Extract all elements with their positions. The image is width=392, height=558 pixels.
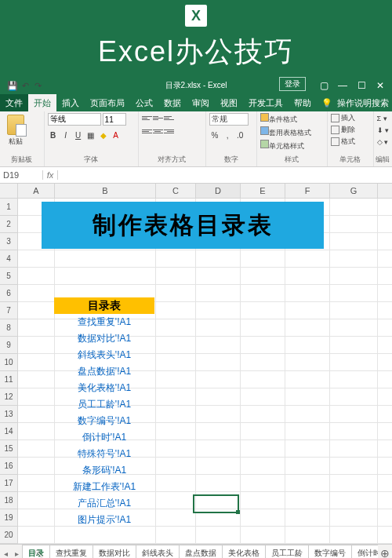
toc-link-7[interactable]: 倒计时'!A1 (54, 429, 154, 446)
align-right-button[interactable] (164, 126, 174, 137)
undo-icon[interactable]: ↶ (19, 79, 31, 92)
col-header-F[interactable]: F (285, 184, 330, 198)
toc-link-8[interactable]: 特殊符号'!A1 (54, 446, 154, 462)
toc-link-9[interactable]: 条形码'!A1 (54, 462, 154, 479)
tab-file[interactable]: 文件 (0, 94, 28, 111)
tab-nav-next[interactable]: ▸ (11, 549, 22, 558)
tab-home[interactable]: 开始 (28, 94, 56, 111)
row-header-11[interactable]: 11 (0, 371, 17, 388)
toc-link-11[interactable]: 产品汇总'!A1 (54, 495, 154, 512)
sheet-tab-3[interactable]: 盘点数据 (179, 545, 223, 559)
font-color-button[interactable]: A (111, 129, 122, 140)
align-top-button[interactable] (142, 113, 152, 123)
insert-cells-button[interactable]: 插入 (331, 113, 355, 123)
toc-link-12[interactable]: 图片提示'!A1 (54, 512, 154, 528)
fill-color-button[interactable]: ◆ (98, 129, 109, 140)
tab-developer[interactable]: 开发工具 (243, 94, 289, 111)
percent-button[interactable]: % (209, 129, 220, 140)
col-header-D[interactable]: D (196, 184, 241, 198)
tab-view[interactable]: 视图 (215, 94, 243, 111)
format-cells-button[interactable]: 格式 (331, 137, 355, 147)
col-header-C[interactable]: C (156, 184, 196, 198)
toc-header-cell[interactable]: 目录表 (54, 297, 154, 314)
decrease-decimal-button[interactable]: .0 (234, 129, 245, 140)
maximize-icon[interactable]: ☐ (353, 77, 370, 94)
col-header-E[interactable]: E (241, 184, 285, 198)
new-sheet-button[interactable]: ⊕ (378, 547, 392, 558)
ribbon-options-icon[interactable]: ▢ (315, 77, 332, 94)
tab-formulas[interactable]: 公式 (130, 94, 158, 111)
autosum-button[interactable]: Σ ▾ (377, 113, 387, 123)
align-left-button[interactable] (142, 126, 152, 137)
row-header-20[interactable]: 20 (0, 527, 17, 544)
number-format-select[interactable]: 常规 (209, 113, 249, 126)
tab-nav-prev[interactable]: ◂ (0, 549, 11, 558)
paste-button[interactable]: 粘贴 (3, 113, 28, 147)
sheet-tab-0[interactable]: 查找重复 (49, 545, 93, 559)
toc-link-6[interactable]: 数字编号'!A1 (54, 413, 154, 429)
save-icon[interactable]: 💾 (6, 79, 19, 92)
tab-data[interactable]: 数据 (158, 94, 187, 111)
worksheet-grid[interactable]: 1234567891011121314151617181920 制作表格目录表 … (0, 199, 392, 544)
align-middle-button[interactable] (153, 113, 163, 123)
col-header-B[interactable]: B (55, 184, 156, 198)
row-header-10[interactable]: 10 (0, 354, 17, 371)
border-button[interactable]: ▦ (85, 129, 96, 140)
sheet-tab-active[interactable]: 目录 (22, 545, 50, 559)
fx-button[interactable]: fx (43, 170, 58, 180)
conditional-format-button[interactable]: 条件格式 (260, 113, 297, 125)
tab-review[interactable]: 审阅 (187, 94, 215, 111)
sheet-tab-1[interactable]: 数据对比 (93, 545, 136, 559)
toc-link-2[interactable]: 斜线表头'!A1 (54, 347, 154, 363)
underline-button[interactable]: U (73, 129, 84, 140)
row-header-16[interactable]: 16 (0, 458, 17, 475)
name-box[interactable]: D19 (0, 170, 43, 180)
sheet-tab-6[interactable]: 数字编号 (308, 545, 352, 559)
row-header-4[interactable]: 4 (0, 250, 17, 268)
tell-me-icon[interactable]: 💡 (317, 98, 337, 108)
row-header-7[interactable]: 7 (0, 302, 17, 319)
align-bottom-button[interactable] (164, 113, 174, 123)
clear-button[interactable]: ◇ ▾ (377, 137, 389, 147)
align-center-button[interactable] (153, 126, 163, 137)
toc-link-1[interactable]: 数据对比'!A1 (54, 330, 154, 347)
toc-link-0[interactable]: 查找重复'!A1 (54, 314, 154, 330)
row-header-1[interactable]: 1 (0, 199, 17, 216)
delete-cells-button[interactable]: 删除 (331, 125, 355, 135)
select-all-corner[interactable] (0, 184, 18, 199)
row-header-14[interactable]: 14 (0, 423, 17, 440)
row-header-13[interactable]: 13 (0, 406, 17, 423)
toc-link-4[interactable]: 美化表格'!A1 (54, 380, 154, 396)
row-header-18[interactable]: 18 (0, 492, 17, 509)
redo-icon[interactable]: ↷ (31, 79, 44, 92)
sheet-tab-4[interactable]: 美化表格 (222, 545, 266, 559)
comma-button[interactable]: , (222, 129, 233, 140)
toc-link-5[interactable]: 员工工龄'!A1 (54, 396, 154, 413)
close-icon[interactable]: ✕ (372, 77, 389, 94)
bold-button[interactable]: B (48, 129, 59, 140)
row-header-6[interactable]: 6 (0, 285, 17, 302)
row-header-9[interactable]: 9 (0, 337, 17, 354)
toc-link-10[interactable]: 新建工作表'!A1 (54, 479, 154, 495)
format-as-table-button[interactable]: 套用表格格式 (260, 126, 311, 138)
row-header-5[interactable]: 5 (0, 268, 17, 285)
minimize-icon[interactable]: — (334, 77, 351, 94)
font-size-select[interactable] (103, 113, 126, 126)
row-header-2[interactable]: 2 (0, 216, 17, 233)
login-button[interactable]: 登录 (279, 77, 306, 91)
cell-styles-button[interactable]: 单元格样式 (260, 140, 304, 151)
row-header-8[interactable]: 8 (0, 319, 17, 337)
title-shape[interactable]: 制作表格目录表 (42, 202, 324, 249)
tab-insert[interactable]: 插入 (56, 94, 85, 111)
row-header-15[interactable]: 15 (0, 440, 17, 458)
font-name-select[interactable] (48, 113, 101, 126)
fill-button[interactable]: ⬇ ▾ (377, 125, 390, 135)
col-header-A[interactable]: A (18, 184, 55, 198)
tab-help[interactable]: 帮助 (289, 94, 317, 111)
row-header-3[interactable]: 3 (0, 233, 17, 250)
tell-me-text[interactable]: 操作说明搜索 (337, 97, 389, 109)
col-header-G[interactable]: G (330, 184, 378, 198)
sheet-tab-7[interactable]: 倒计时 (351, 545, 378, 559)
toc-link-3[interactable]: 盘点数据'!A1 (54, 363, 154, 380)
sheet-tab-5[interactable]: 员工工龄 (265, 545, 309, 559)
